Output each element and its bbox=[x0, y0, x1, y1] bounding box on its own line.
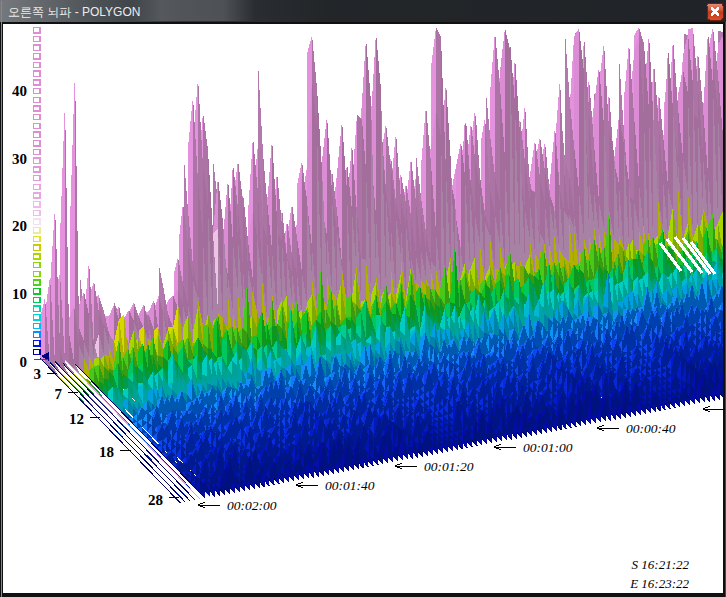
svg-text:S 16:21:22: S 16:21:22 bbox=[632, 557, 690, 572]
svg-text:20: 20 bbox=[12, 218, 27, 234]
svg-text:30: 30 bbox=[12, 151, 27, 167]
svg-text:00:01:40: 00:01:40 bbox=[325, 478, 375, 493]
svg-text:10: 10 bbox=[12, 286, 27, 302]
svg-text:00:02:00: 00:02:00 bbox=[227, 498, 277, 513]
svg-text:00:01:00: 00:01:00 bbox=[523, 440, 573, 455]
svg-text:18: 18 bbox=[99, 444, 114, 460]
svg-text:40: 40 bbox=[12, 83, 27, 99]
svg-text:3: 3 bbox=[34, 366, 42, 382]
svg-text:12: 12 bbox=[69, 411, 84, 427]
svg-text:00:00:40: 00:00:40 bbox=[626, 421, 676, 436]
svg-text:7: 7 bbox=[55, 386, 63, 402]
svg-text:00:01:20: 00:01:20 bbox=[424, 459, 474, 474]
svg-text:E 16:23:22: E 16:23:22 bbox=[629, 576, 689, 591]
svg-text:0: 0 bbox=[20, 354, 28, 370]
svg-text:28: 28 bbox=[148, 492, 163, 508]
svg-text:오른쪽 뇌파 - POLYGON: 오른쪽 뇌파 - POLYGON bbox=[8, 5, 140, 19]
